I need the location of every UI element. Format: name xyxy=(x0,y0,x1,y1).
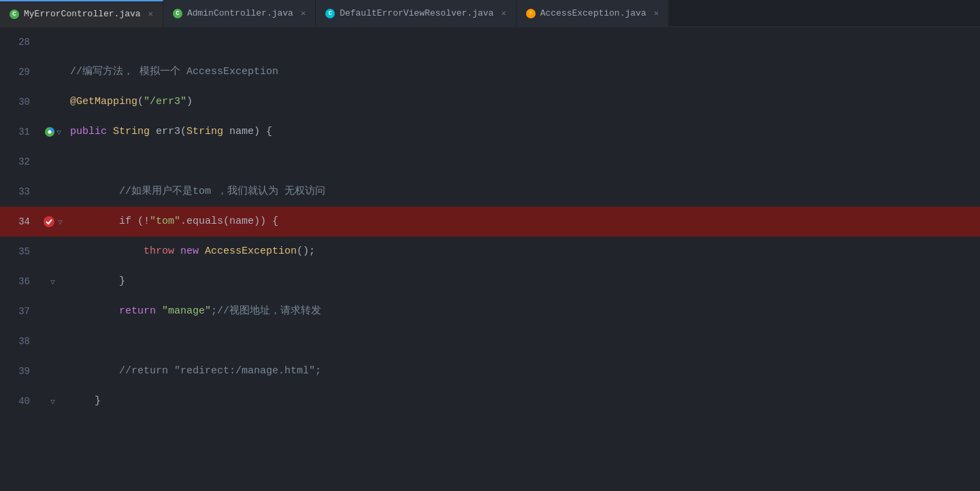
comment-33: //如果用户不是tom ，我们就认为 无权访问 xyxy=(70,177,325,207)
type-string-param: String xyxy=(186,117,229,147)
code-content-29: //编写方法， 模拟一个 AccessException xyxy=(65,57,980,87)
code-line-40: 40 ▽ } xyxy=(0,386,980,416)
code-content-30: @GetMapping("/err3") xyxy=(65,87,980,117)
tab-defaulterrorviewresolver[interactable]: C DefaultErrorViewResolver.java ✕ xyxy=(316,0,516,27)
gutter-34: ▽ xyxy=(41,207,65,237)
tab-close-admincontroller[interactable]: ✕ xyxy=(301,8,306,18)
breakpoint-icon-34[interactable] xyxy=(43,216,55,228)
comment-29: //编写方法， 模拟一个 AccessException xyxy=(70,57,278,87)
gutter-40: ▽ xyxy=(41,386,65,416)
comment-39: //return "redirect:/manage.html"; xyxy=(70,356,321,386)
fold-36[interactable]: ▽ xyxy=(50,277,55,286)
gutter-33 xyxy=(41,177,65,207)
tab-label-admincontroller: AdminController.java xyxy=(187,8,293,18)
paren-close-30: ) xyxy=(186,87,193,117)
code-content-34: if (!"tom".equals(name)) { xyxy=(65,207,980,237)
annotation-getmapping: @GetMapping xyxy=(70,87,137,117)
fold-31[interactable]: ▽ xyxy=(56,128,61,137)
line-number-33: 33 xyxy=(0,177,41,207)
code-content-37: return "manage";//视图地址，请求转发 xyxy=(65,297,980,326)
comment-37: ;//视图地址，请求转发 xyxy=(211,297,321,326)
equals-call: .equals(name)) { xyxy=(180,207,278,237)
code-content-33: //如果用户不是tom ，我们就认为 无权访问 xyxy=(65,177,980,207)
kw-return: return xyxy=(70,297,162,326)
if-keyword: if (! xyxy=(70,207,150,237)
line-number-35: 35 xyxy=(0,237,41,267)
tab-close-myerrorcontroller[interactable]: ✕ xyxy=(148,9,153,19)
line-number-32: 32 xyxy=(0,147,41,177)
kw-new: new xyxy=(180,237,205,267)
code-line-37: 37 return "manage";//视图地址，请求转发 xyxy=(0,297,980,326)
param-name: name) { xyxy=(229,117,272,147)
gutter-32 xyxy=(41,147,65,177)
fold-34[interactable]: ▽ xyxy=(58,218,63,226)
line-number-36: 36 xyxy=(0,267,41,297)
code-content-36: } xyxy=(65,267,980,297)
line-number-34: 34 xyxy=(0,207,41,237)
svg-point-2 xyxy=(44,216,54,227)
code-content-40: } xyxy=(65,386,980,416)
line-number-29: 29 xyxy=(0,57,41,87)
bp-icons-34: ▽ xyxy=(43,216,63,228)
gutter-31: ▽ xyxy=(41,117,65,147)
run-icon-31[interactable]: ▽ xyxy=(44,126,61,137)
line-number-30: 30 xyxy=(0,87,41,117)
type-accessexception: AccessException xyxy=(205,237,297,267)
tab-label-myerrorcontroller: MyErrorController.java xyxy=(24,9,141,19)
code-content-35: throw new AccessException(); xyxy=(65,237,980,267)
code-line-38: 38 xyxy=(0,326,980,356)
type-string-31: String xyxy=(113,117,156,147)
gutter-28 xyxy=(41,27,65,57)
gutter-39 xyxy=(41,356,65,386)
tab-close-accessexception[interactable]: ✕ xyxy=(654,8,659,18)
kw-throw: throw xyxy=(70,237,180,267)
code-line-30: 30 @GetMapping("/err3") xyxy=(0,87,980,117)
code-line-28: 28 xyxy=(0,27,980,57)
string-err3: "/err3" xyxy=(144,87,186,117)
line-number-40: 40 xyxy=(0,386,41,416)
line-number-28: 28 xyxy=(0,27,41,57)
code-line-34: 34 ▽ if (!"tom".equals(name)) { xyxy=(0,207,980,237)
code-content-39: //return "redirect:/manage.html"; xyxy=(65,356,980,386)
string-tom: "tom" xyxy=(150,207,180,237)
code-line-35: 35 throw new AccessException(); xyxy=(0,237,980,267)
fold-40[interactable]: ▽ xyxy=(50,397,55,406)
tab-close-defaulterrorviewresolver[interactable]: ✕ xyxy=(501,8,506,18)
tab-accessexception[interactable]: ⚡ AccessException.java ✕ xyxy=(517,0,669,27)
run-debug-icon xyxy=(44,126,55,137)
tab-label-defaulterrorviewresolver: DefaultErrorViewResolver.java xyxy=(340,8,493,18)
code-content-28 xyxy=(65,27,980,57)
tab-admincontroller[interactable]: C AdminController.java ✕ xyxy=(163,0,316,27)
gutter-38 xyxy=(41,326,65,356)
call-parens: (); xyxy=(297,237,315,267)
code-content-38 xyxy=(65,326,980,356)
code-line-32: 32 xyxy=(0,147,980,177)
tab-icon-defaulterrorviewresolver: C xyxy=(325,9,335,18)
closing-brace-40: } xyxy=(70,386,101,416)
code-line-36: 36 ▽ } xyxy=(0,267,980,297)
code-content-32 xyxy=(65,147,980,177)
line-number-38: 38 xyxy=(0,326,41,356)
tab-icon-myerrorcontroller: C xyxy=(10,10,19,19)
tab-myerrorcontroller[interactable]: C MyErrorController.java ✕ xyxy=(0,0,163,27)
method-err3: err3( xyxy=(156,117,186,147)
string-manage: "manage" xyxy=(162,297,211,326)
ide-window: C MyErrorController.java ✕ C AdminContro… xyxy=(0,0,980,491)
code-editor: 28 29 //编写方法， 模拟一个 AccessException 30 @G… xyxy=(0,27,980,491)
tab-label-accessexception: AccessException.java xyxy=(540,8,647,18)
tab-icon-accessexception: ⚡ xyxy=(526,9,536,18)
gutter-29 xyxy=(41,57,65,87)
line-number-39: 39 xyxy=(0,356,41,386)
tab-icon-admincontroller: C xyxy=(173,9,182,18)
gutter-36: ▽ xyxy=(41,267,65,297)
gutter-30 xyxy=(41,87,65,117)
line-number-37: 37 xyxy=(0,297,41,326)
line-number-31: 31 xyxy=(0,117,41,147)
svg-point-1 xyxy=(48,131,52,134)
closing-brace-36: } xyxy=(70,267,125,297)
paren-open-30: ( xyxy=(137,87,144,117)
code-content-31: public String err3(String name) { xyxy=(65,117,980,147)
code-line-31: 31 ▽ public String err3(String name) { xyxy=(0,117,980,147)
code-line-29: 29 //编写方法， 模拟一个 AccessException xyxy=(0,57,980,87)
code-line-39: 39 //return "redirect:/manage.html"; xyxy=(0,356,980,386)
